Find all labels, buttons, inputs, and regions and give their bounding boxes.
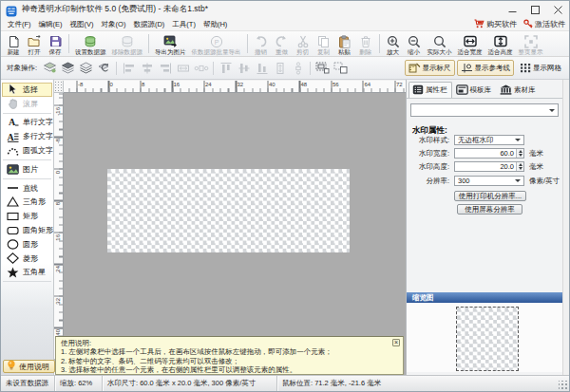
arc-text-icon <box>7 145 19 157</box>
zoom-in-icon <box>387 35 400 48</box>
fit-width-icon <box>464 35 477 47</box>
vruler-label: 32 <box>55 298 61 305</box>
menu-object[interactable]: 对象(O) <box>98 18 130 30</box>
align-bottom-button <box>253 60 271 77</box>
menu-view[interactable]: 视图(V) <box>66 18 98 30</box>
buy-software-button[interactable]: 购买软件 <box>474 19 517 30</box>
paste-button[interactable]: 粘贴 <box>334 31 355 56</box>
redo-button: 重做 <box>272 31 293 56</box>
height-spinner[interactable]: 20.0 <box>454 161 524 172</box>
tool-select[interactable]: 选择 <box>2 83 52 97</box>
usage-help-button[interactable]: 使用说明 <box>3 360 55 373</box>
circle-icon <box>7 239 19 250</box>
status-datasource-status: 未设置数据源 <box>1 376 55 391</box>
menu-edit[interactable]: 编辑(E) <box>35 18 66 30</box>
chevron-down-icon <box>515 139 521 141</box>
resolution-combo[interactable]: 300 <box>454 176 524 186</box>
vruler-label: 0 <box>55 171 61 174</box>
menu-tools[interactable]: 工具(T) <box>168 18 200 30</box>
show-ruler-toggle[interactable]: 显示标尺 <box>405 60 455 76</box>
tool-rectangle[interactable]: 矩形 <box>2 209 52 223</box>
align-right-button <box>156 60 174 77</box>
actual-size-label: 实际大小 <box>428 48 452 56</box>
ungroup-button[interactable] <box>332 60 350 77</box>
hruler-label: 32 <box>238 82 244 87</box>
activate-software-button[interactable]: 激活软件 <box>523 19 565 30</box>
star-icon <box>7 267 19 278</box>
spinner-arrows-icon[interactable] <box>516 149 523 158</box>
tab-properties[interactable]: 属性栏 <box>408 82 452 98</box>
send-back-button[interactable] <box>77 60 95 77</box>
menu-datasource[interactable]: 数据源(D) <box>129 18 168 30</box>
tool-arc-text[interactable]: 圆弧文字 <box>2 143 52 158</box>
tool-star[interactable]: 五角星 <box>2 266 52 280</box>
height-unit: 毫米 <box>529 161 543 172</box>
resize-grip[interactable] <box>559 381 568 390</box>
style-combo[interactable]: 无边框水印 <box>454 135 524 145</box>
tool-rounded-rect[interactable]: 圆角矩形 <box>2 223 52 237</box>
zoom-out-label: 缩小 <box>408 48 420 56</box>
space-horizontal-icon <box>194 63 209 74</box>
hruler-label: 24 <box>205 82 212 87</box>
width-spinner[interactable]: 60.0 <box>454 148 524 159</box>
hruler-label: 48 <box>301 82 308 87</box>
open-button[interactable]: 打开 <box>24 31 45 56</box>
tool-circle[interactable]: 圆形 <box>2 237 52 252</box>
new-button[interactable]: 新建 <box>3 31 24 56</box>
tool-multi-text[interactable]: A多行文字 <box>2 129 52 143</box>
resolution-unit: 像素/英寸 <box>529 176 560 186</box>
tab-templates[interactable]: 模板库 <box>452 82 497 98</box>
show-grid-toggle[interactable]: 显示网格 <box>516 60 565 76</box>
toolbar-separator <box>68 34 69 53</box>
spinner-arrows-icon[interactable] <box>516 162 523 171</box>
space-vertical-icon <box>293 62 304 75</box>
tool-label: 直线 <box>23 183 38 194</box>
tool-triangle[interactable]: 三角形 <box>2 196 52 210</box>
zoom-in-button[interactable]: 放大 <box>383 31 404 56</box>
vruler-label: 16 <box>55 234 61 241</box>
save-icon <box>49 35 62 47</box>
same-height-icon <box>275 62 286 75</box>
minimize-button[interactable] <box>501 1 523 18</box>
actual-size-icon <box>433 35 446 48</box>
bring-front-button[interactable] <box>59 60 77 77</box>
tool-diamond[interactable]: 菱形 <box>2 252 52 266</box>
use-screen-resolution-button[interactable]: 使用屏幕分辨率 <box>457 204 522 215</box>
image-icon <box>7 164 19 175</box>
tab-label: 模板库 <box>470 85 492 95</box>
layer-style-button[interactable] <box>41 60 59 77</box>
height-label: 水印高度: <box>407 161 449 172</box>
actual-size-button[interactable]: 实际大小 <box>425 31 455 56</box>
same-width-button <box>174 60 192 77</box>
tip-close-button[interactable]: × <box>392 339 400 346</box>
tool-single-text[interactable]: A单行文字 <box>2 116 52 130</box>
show-ruler-icon <box>408 63 421 73</box>
fit-height-button[interactable]: 适合高度 <box>485 31 516 56</box>
fit-height-label: 适合高度 <box>488 48 513 56</box>
close-button[interactable] <box>546 1 569 18</box>
use-printer-resolution-button[interactable]: 使用打印机分辨率... <box>454 191 526 201</box>
tool-image[interactable]: 图片 <box>2 162 52 177</box>
panel-scrollbar[interactable] <box>562 80 569 375</box>
tool-line[interactable]: 直线 <box>2 181 52 196</box>
hruler-label: 72 <box>396 82 403 87</box>
fit-width-label: 适合宽度 <box>458 48 483 56</box>
fit-height-icon <box>494 35 507 47</box>
maximize-button[interactable] <box>523 1 546 18</box>
set-datasource-button[interactable]: 设置数据源 <box>72 31 109 56</box>
export-image-button[interactable]: 导出为图片 <box>152 31 189 56</box>
tip-line-3: 3. 选择标签中的任意一个元素，在右侧的属性栏里可以调整该元素的属性。 <box>61 365 398 374</box>
object-selector-combo[interactable] <box>410 103 559 117</box>
show-ruler-label: 显示标尺 <box>423 64 451 73</box>
show-guides-toggle[interactable]: 显示参考线 <box>457 60 515 76</box>
save-button[interactable]: 保存 <box>45 31 66 56</box>
watermark-area[interactable] <box>107 169 350 252</box>
menu-file[interactable]: 文件(F) <box>4 18 35 30</box>
menu-help[interactable]: 帮助(H) <box>200 18 231 30</box>
fit-width-button[interactable]: 适合宽度 <box>455 31 485 56</box>
tab-materials[interactable]: 素材库 <box>496 82 541 98</box>
rotate-object-button[interactable] <box>95 60 113 77</box>
design-canvas[interactable] <box>64 93 406 375</box>
zoom-out-button[interactable]: 缩小 <box>404 31 425 56</box>
group-button[interactable] <box>314 60 332 77</box>
